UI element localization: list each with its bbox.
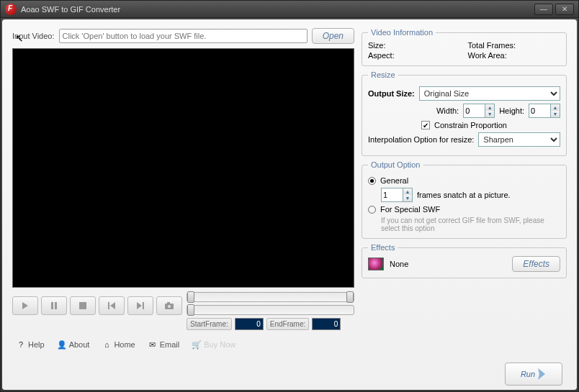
height-input[interactable] <box>529 104 550 118</box>
snapshot-button[interactable] <box>156 296 182 315</box>
close-button[interactable]: ✕ <box>555 4 574 15</box>
start-frame-label: StartFrame: <box>187 318 232 330</box>
snatch-stepper[interactable]: ▲▼ <box>381 188 413 202</box>
minimize-button[interactable]: — <box>534 4 553 15</box>
range-slider[interactable] <box>187 292 354 302</box>
run-button[interactable]: Run <box>505 363 562 386</box>
app-window: Aoao SWF to GIF Converter — ✕ ↖ Input Vi… <box>0 0 579 392</box>
pause-button[interactable] <box>41 296 67 315</box>
work-area-label: Work Area: <box>468 51 561 60</box>
svg-rect-0 <box>51 302 53 309</box>
output-option-legend: Output Option <box>368 160 423 169</box>
output-size-select[interactable]: Original Size <box>419 86 560 101</box>
effects-group: Effects None Effects <box>362 243 567 278</box>
input-video-label: Input Video: <box>12 32 55 40</box>
about-link[interactable]: 👤About <box>58 340 90 349</box>
help-icon: ? <box>17 340 25 349</box>
snatch-input[interactable] <box>381 188 403 202</box>
cart-icon: 🛒 <box>192 340 201 349</box>
interp-label: Interpolation Option for resize: <box>368 135 474 144</box>
start-frame-input[interactable] <box>235 318 264 330</box>
effects-legend: Effects <box>368 243 398 252</box>
resize-group: Resize Output Size: Original Size Width:… <box>362 70 567 156</box>
aspect-label: Aspect: <box>368 51 461 60</box>
effects-button[interactable]: Effects <box>512 256 560 272</box>
svg-rect-1 <box>55 302 57 309</box>
footer: ?Help 👤About ⌂Home ✉Email 🛒Buy Now <box>12 337 567 352</box>
titlebar[interactable]: Aoao SWF to GIF Converter — ✕ <box>1 1 578 18</box>
buy-link[interactable]: 🛒Buy Now <box>192 340 235 349</box>
effects-thumbnail <box>368 257 384 270</box>
play-button[interactable] <box>12 296 38 315</box>
output-option-group: Output Option General ▲▼ frames snatch a… <box>362 160 567 239</box>
width-input[interactable] <box>463 104 485 118</box>
svg-point-6 <box>168 305 171 308</box>
svg-rect-3 <box>108 302 109 309</box>
content-area: ↖ Input Video: Open <box>2 19 577 390</box>
video-info-legend: Video Information <box>368 28 436 37</box>
help-link[interactable]: ?Help <box>17 340 45 349</box>
about-icon: 👤 <box>58 340 66 349</box>
home-icon: ⌂ <box>102 340 111 349</box>
next-frame-button[interactable] <box>127 296 153 315</box>
video-preview <box>12 48 354 288</box>
constrain-label: Constrain Proportion <box>434 121 507 129</box>
app-title: Aoao SWF to GIF Converter <box>21 5 120 14</box>
prev-frame-button[interactable] <box>99 296 125 315</box>
effects-value: None <box>390 260 506 268</box>
stop-button[interactable] <box>70 296 96 315</box>
open-button[interactable]: Open <box>312 28 354 44</box>
total-frames-label: Total Frames: <box>468 41 561 50</box>
special-hint: If you can not get correct GIF file from… <box>381 216 560 232</box>
email-link[interactable]: ✉Email <box>148 340 180 349</box>
size-label: Size: <box>368 41 461 50</box>
svg-rect-2 <box>79 302 86 309</box>
snatch-label: frames snatch at a picture. <box>417 191 511 199</box>
end-frame-input[interactable] <box>312 318 341 330</box>
home-link[interactable]: ⌂Home <box>102 340 135 349</box>
app-icon <box>5 4 17 15</box>
svg-rect-4 <box>143 302 144 309</box>
special-radio[interactable] <box>368 206 376 214</box>
interp-select[interactable]: Sharpen <box>478 132 560 147</box>
general-radio[interactable] <box>368 177 376 185</box>
special-label: For Special SWF <box>380 205 440 214</box>
video-info-group: Video Information Size: Total Frames: As… <box>362 28 567 66</box>
width-label: Width: <box>436 106 459 115</box>
width-stepper[interactable]: ▲▼ <box>463 104 495 118</box>
constrain-checkbox[interactable]: ✔ <box>421 121 430 129</box>
email-icon: ✉ <box>148 340 157 349</box>
seek-slider[interactable] <box>187 305 354 315</box>
end-frame-label: EndFrame: <box>266 318 309 330</box>
resize-legend: Resize <box>368 70 398 79</box>
height-label: Height: <box>499 106 524 115</box>
input-video-field[interactable] <box>59 29 308 43</box>
output-size-label: Output Size: <box>368 89 415 98</box>
height-stepper[interactable]: ▲▼ <box>529 104 560 118</box>
general-label: General <box>380 176 408 185</box>
run-arrow-icon <box>538 368 547 380</box>
svg-rect-7 <box>167 302 170 304</box>
